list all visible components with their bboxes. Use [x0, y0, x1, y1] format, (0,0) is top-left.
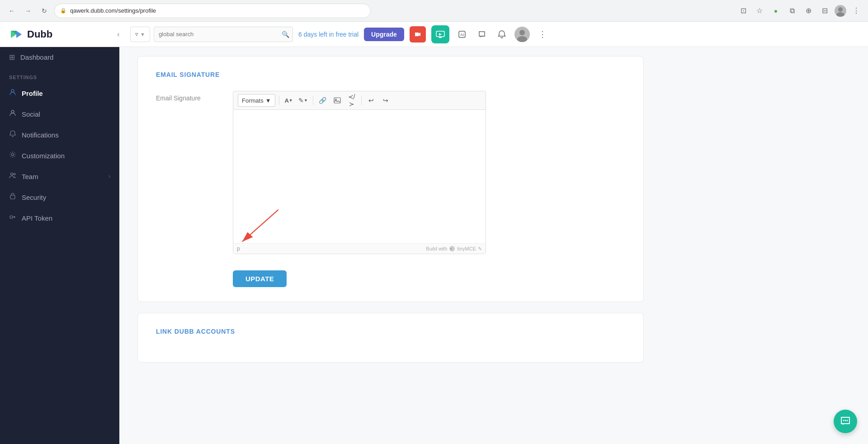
highlight-arrow: ▼ [304, 98, 308, 103]
ai-button[interactable]: AI [455, 27, 469, 42]
sidebar-item-label: Notifications [22, 131, 59, 139]
chat-widget-button[interactable] [834, 410, 857, 433]
editor-wrapper: Formats ▼ A ▼ ✎ [233, 91, 486, 287]
browser-actions: ⊡ ☆ ● ⧉ ⊕ ⊟ ⋮ [737, 5, 863, 17]
dashboard-icon: ⊞ [9, 53, 15, 61]
sidebar-item-label: Team [22, 173, 38, 180]
highlight-icon: ✎ [298, 97, 304, 104]
editor-area: Formats ▼ A ▼ ✎ [233, 91, 486, 287]
user-avatar[interactable] [514, 27, 530, 42]
font-color-icon: A [284, 97, 288, 104]
svg-text:T: T [450, 248, 452, 250]
undo-button[interactable]: ↩ [365, 94, 377, 106]
brand-name: tinyMCE [457, 246, 476, 251]
browser-profile-avatar[interactable] [835, 5, 846, 17]
sidebar-item-label: Profile [22, 90, 43, 97]
sidebar-item-social[interactable]: Social [0, 104, 119, 124]
svg-point-14 [14, 173, 15, 175]
svg-text:AI: AI [460, 33, 464, 37]
extensions-btn[interactable]: ⧉ [786, 5, 798, 17]
svg-point-0 [838, 7, 843, 12]
content-inner: EMAIL SIGNATURE Email Signature Formats … [119, 47, 662, 372]
sidebar-item-notifications[interactable]: Notifications [0, 124, 119, 145]
toolbar-separator-1 [279, 96, 279, 105]
logo-text: Dubb [27, 28, 52, 40]
menu-icon[interactable]: ⋮ [850, 5, 863, 17]
cast-icon[interactable]: ⊟ [818, 5, 831, 17]
redo-button[interactable]: ↪ [380, 94, 392, 106]
sidebar-item-dashboard[interactable]: ⊞ Dashboard [0, 47, 119, 67]
sidebar-item-profile[interactable]: Profile [0, 83, 119, 104]
editor-content[interactable] [233, 110, 486, 243]
svg-point-8 [519, 30, 525, 35]
sidebar-item-label: Social [22, 110, 40, 118]
editor-toolbar: Formats ▼ A ▼ ✎ [233, 91, 486, 109]
highlight-button[interactable]: ✎ ▼ [297, 94, 309, 106]
formats-dropdown[interactable]: Formats ▼ [238, 94, 275, 107]
profile-icon [9, 89, 16, 98]
svg-point-25 [847, 420, 848, 421]
sidebar-section-settings: SETTINGS [0, 67, 119, 83]
svg-point-23 [843, 420, 844, 421]
sidebar-item-team[interactable]: Team › [0, 166, 119, 187]
search-area: ▿ ▼ 🔍 [130, 27, 293, 42]
more-options-button[interactable]: ⋮ [535, 27, 550, 42]
code-button[interactable]: ≺/≻ [346, 94, 358, 106]
font-color-arrow: ▼ [289, 98, 293, 103]
update-button[interactable]: UPDATE [233, 270, 287, 287]
svg-point-10 [11, 90, 14, 92]
svg-rect-17 [334, 98, 340, 103]
sidebar-item-customization[interactable]: Customization [0, 145, 119, 166]
social-icon [9, 109, 16, 118]
email-signature-section: EMAIL SIGNATURE Email Signature Formats … [137, 56, 644, 302]
toolbar-separator-3 [361, 96, 362, 105]
email-signature-title: EMAIL SIGNATURE [156, 71, 625, 78]
sidebar-item-label: API Token [22, 214, 52, 222]
refresh-button[interactable]: ↻ [38, 5, 51, 17]
redo-icon: ↪ [383, 97, 388, 104]
sidebar-item-api-token[interactable]: API Token [0, 208, 119, 228]
team-icon [9, 172, 16, 181]
notifications-button[interactable] [495, 27, 509, 42]
email-signature-label: Email Signature [156, 91, 215, 102]
logo-area: Dubb [7, 26, 107, 43]
undo-icon: ↩ [368, 97, 374, 104]
search-wrapper: 🔍 [154, 27, 293, 42]
link-button[interactable]: 🔗 [317, 94, 329, 106]
translate-icon[interactable]: ⊡ [737, 5, 750, 17]
forward-button[interactable]: → [22, 5, 34, 17]
browser-bar: ← → ↻ 🔒 qawerk.dubb.com/settings/profile… [0, 0, 868, 22]
sidebar-item-label: Customization [22, 152, 65, 160]
sidebar-item-security[interactable]: Security [0, 187, 119, 208]
sidebar-collapse-button[interactable]: ‹ [112, 28, 125, 41]
svg-point-12 [12, 154, 14, 156]
chat-button[interactable] [475, 27, 489, 42]
update-btn-wrapper: UPDATE [233, 261, 486, 287]
bookmark-icon[interactable]: ☆ [753, 5, 766, 17]
editor-footer: p Build with T tinyMCE ✎ [233, 243, 486, 254]
record-button[interactable] [410, 26, 426, 43]
editor-brand: Build with T tinyMCE ✎ [426, 246, 482, 252]
api-token-icon [9, 213, 16, 222]
formats-label: Formats [242, 97, 264, 104]
account-icon[interactable]: ⊕ [802, 5, 815, 17]
filter-icon: ▿ [135, 31, 138, 38]
back-button[interactable]: ← [5, 5, 18, 17]
upgrade-button[interactable]: Upgrade [364, 28, 404, 41]
image-button[interactable] [331, 94, 343, 106]
font-color-button[interactable]: A ▼ [283, 94, 295, 106]
search-filter-button[interactable]: ▿ ▼ [130, 27, 150, 42]
screen-record-button[interactable] [431, 25, 449, 43]
extension-icon[interactable]: ● [769, 5, 782, 17]
svg-rect-4 [439, 37, 442, 38]
search-input[interactable] [154, 27, 293, 42]
tinymce-logo: T [449, 246, 455, 252]
screen-record-icon [435, 29, 445, 39]
formats-arrow: ▼ [265, 97, 271, 104]
address-security-icon: 🔒 [60, 8, 66, 14]
editor-body[interactable]: p Build with T tinyMCE ✎ [233, 109, 486, 254]
link-dubb-title: LINK DUBB ACCOUNTS [156, 328, 625, 335]
address-bar[interactable]: 🔒 qawerk.dubb.com/settings/profile [54, 4, 371, 18]
app-container: Dubb ‹ ▿ ▼ 🔍 6 days left in free trial U… [0, 22, 868, 444]
email-signature-form-row: Email Signature Formats ▼ [156, 91, 625, 287]
